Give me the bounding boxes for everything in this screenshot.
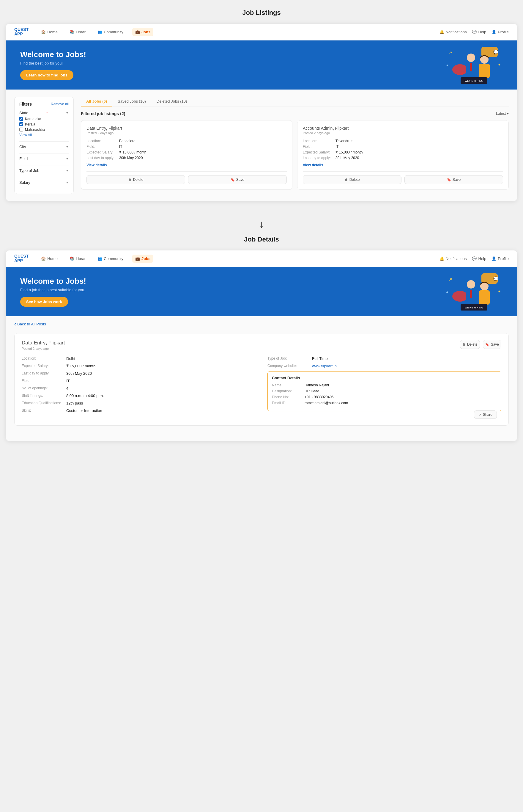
detail-openings-row: No. of openings: 4 [22, 386, 255, 391]
detail-save-btn[interactable]: Save [483, 340, 501, 349]
sort-button[interactable]: Latest ▾ [496, 111, 509, 116]
detail-actions: Delete Save [460, 340, 501, 349]
detail-lastday-row: Last day to apply: 30th May 2020 [22, 371, 255, 376]
job1-delete-btn[interactable]: Delete [87, 175, 185, 184]
job2-field-row: Field: IT [303, 144, 503, 149]
contact-phone-row: Phone No: +91 - 9833020496 [272, 395, 497, 399]
arrow-down: ↓ [6, 219, 517, 230]
svg-text:💬: 💬 [493, 276, 499, 281]
logo-2[interactable]: QUEST APP [14, 254, 29, 263]
detail-col-left: Location: Delhi Expected Salary: ₹ 15,00… [22, 356, 255, 419]
job2-delete-btn[interactable]: Delete [303, 175, 401, 184]
svg-rect-21 [470, 290, 472, 298]
help-icon-2 [472, 256, 477, 261]
detail-shift-row: Shift Timings: 8:00 a.m. to 4:00 p.m. [22, 394, 255, 398]
filter-kerala[interactable]: Kerala [19, 122, 69, 126]
filter-karnataka[interactable]: Karnataka [19, 117, 69, 121]
nav-community[interactable]: Community [94, 28, 126, 36]
job2-posted: Posted 2 days ago [303, 131, 503, 135]
trash-icon [128, 177, 132, 182]
svg-rect-23 [479, 290, 490, 305]
city-label: City ▼ [19, 144, 69, 149]
contact-box: Contact Details Name: Ramesh Rajani Desi… [268, 371, 501, 411]
job-card-1: Data Entry, Flipkart Posted 2 days ago L… [81, 120, 292, 190]
nav2-community[interactable]: Community [94, 255, 126, 263]
hero-banner-1: Welcome to Jobs! Find the best job for y… [6, 40, 517, 89]
field-label: Field ▼ [19, 156, 69, 161]
website-link[interactable]: www.flipkart.in [312, 364, 337, 368]
filter-field: Field ▼ [19, 156, 69, 161]
back-icon [14, 321, 16, 327]
job1-save-btn[interactable]: Save [188, 175, 287, 184]
bookmark-icon-3 [485, 342, 489, 346]
detail-grid: Location: Delhi Expected Salary: ₹ 15,00… [22, 356, 501, 419]
detail-salary-row: Expected Salary: ₹ 15,000 / month [22, 364, 255, 368]
nav2-profile[interactable]: Profile [491, 256, 509, 261]
nav-profile[interactable]: Profile [491, 30, 509, 34]
nav-help[interactable]: Help [472, 30, 486, 34]
nav2-home[interactable]: Home [38, 255, 60, 263]
navbar-1: QUEST APP Home Librar Community Jobs [6, 24, 517, 40]
filter-maharashtra[interactable]: Maharashtra [19, 127, 69, 132]
svg-text:▲: ▲ [446, 290, 449, 293]
nav-home[interactable]: Home [38, 28, 60, 36]
job2-salary-row: Expected Salary: ₹ 15,000 / month [303, 150, 503, 154]
tab-deleted-jobs[interactable]: Deleted Jobs (10) [151, 97, 193, 106]
maharashtra-checkbox[interactable] [19, 127, 23, 132]
nav-right-1: Notifications Help Profile [439, 30, 509, 34]
home-icon [41, 30, 46, 34]
job1-field-row: Field: IT [87, 144, 287, 149]
type-label: Type of Job ▼ [19, 168, 69, 173]
job-detail-header: Data Entry, Flipkart Posted 2 days ago D… [22, 340, 501, 350]
hero-banner-2: Welcome to Jobs! Find a job that is best… [6, 267, 517, 316]
detail-location-row: Location: Delhi [22, 356, 255, 361]
trash-icon-2 [345, 177, 348, 182]
hero-title-1: Welcome to Jobs! [20, 50, 86, 59]
svg-point-4 [467, 54, 475, 62]
hero-title-2: Welcome to Jobs! [20, 277, 86, 286]
job1-salary-row: Expected Salary: ₹ 15,000 / month [87, 150, 287, 154]
job-card-2: Accounts Admin, Flipkart Posted 2 days a… [297, 120, 509, 190]
detail-type-row: Type of Job: Full Time [268, 356, 501, 361]
kerala-checkbox[interactable] [19, 122, 23, 126]
svg-point-17 [452, 291, 468, 301]
nav2-librar[interactable]: Librar [67, 255, 89, 263]
hero-btn-1[interactable]: Learn how to find jobs [20, 70, 73, 80]
hero-illustration-2: WE'RE HIRING ↗ ✦ ▲ 💬 [443, 272, 505, 316]
karnataka-checkbox[interactable] [19, 117, 23, 121]
nav2-jobs[interactable]: Jobs [132, 255, 154, 263]
job2-view-details[interactable]: View details [303, 163, 503, 167]
nav-right-2: Notifications Help Profile [439, 256, 509, 261]
job1-view-details[interactable]: View details [87, 163, 287, 167]
share-button[interactable]: Share [474, 411, 497, 419]
job1-actions: Delete Save [87, 171, 287, 184]
nav2-notifications[interactable]: Notifications [439, 256, 467, 261]
tabs-row: All Jobs (6) Saved Jobs (10) Deleted Job… [81, 97, 509, 106]
tab-saved-jobs[interactable]: Saved Jobs (10) [112, 97, 151, 106]
detail-col-right: Type of Job: Full Time Company website: … [268, 356, 501, 419]
back-link[interactable]: Back to All Posts [6, 316, 517, 327]
hero-btn-2[interactable]: See how Jobs work [20, 297, 68, 307]
nav-jobs[interactable]: Jobs [132, 28, 154, 36]
contact-title: Contact Details [272, 376, 497, 380]
view-all-states[interactable]: View All [19, 133, 69, 137]
jobs-icon [135, 30, 140, 34]
job2-save-btn[interactable]: Save [404, 175, 503, 184]
job1-location-row: Location: Bangalore [87, 139, 287, 143]
svg-point-2 [452, 64, 468, 75]
nav2-help[interactable]: Help [472, 256, 486, 261]
logo-1[interactable]: QUEST APP [14, 28, 29, 37]
filters-header: Filters Remove all [19, 102, 69, 106]
hero-illustration-1: WE'RE HIRING ↗ ✦ ▲ 💬 [443, 45, 505, 89]
filter-salary: Salary ▼ [19, 180, 69, 185]
state-label: State* ▼ [19, 111, 69, 115]
nav-librar[interactable]: Librar [67, 28, 89, 36]
detail-delete-btn[interactable]: Delete [460, 340, 480, 349]
community-icon-2 [97, 256, 102, 261]
svg-text:✦: ✦ [498, 63, 501, 67]
nav-notifications[interactable]: Notifications [439, 30, 467, 34]
remove-all-btn[interactable]: Remove all [51, 102, 69, 106]
listings-header: Filtered job listings (2) Latest ▾ [81, 111, 509, 116]
tab-all-jobs[interactable]: All Jobs (6) [81, 97, 112, 106]
svg-point-19 [467, 280, 475, 289]
